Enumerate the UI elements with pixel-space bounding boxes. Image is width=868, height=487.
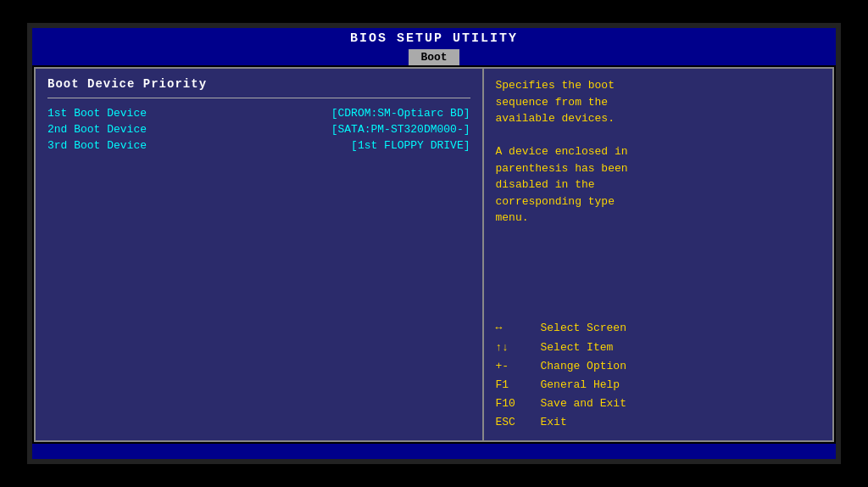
boot-value-3: [1st FLOPPY DRIVE] <box>351 139 470 152</box>
key-save-exit: Save and Exit <box>541 395 626 413</box>
key-select-screen: Select Screen <box>541 319 626 338</box>
key-select-item: Select Item <box>541 339 614 357</box>
right-panel: Specifies the boot sequence from the ava… <box>484 69 832 440</box>
boot-item-3[interactable]: 3rd Boot Device [1st FLOPPY DRIVE] <box>47 139 470 152</box>
boot-value-2: [SATA:PM-ST320DM000-] <box>331 123 470 136</box>
key-help: ↔ Select Screen ↑↓ Select Item +- Change… <box>496 319 821 432</box>
left-panel: Boot Device Priority 1st Boot Device [CD… <box>36 69 484 440</box>
key-row-f10: F10 Save and Exit <box>496 395 821 413</box>
key-f1: F1 <box>496 376 534 395</box>
boot-tab[interactable]: Boot <box>409 49 459 65</box>
key-row-esc: ESC Exit <box>496 413 821 432</box>
key-change-option: Change Option <box>541 357 626 376</box>
key-row-change-option: +- Change Option <box>496 357 821 376</box>
key-row-f1: F1 General Help <box>496 376 821 395</box>
main-content: Boot Device Priority 1st Boot Device [CD… <box>34 67 834 442</box>
key-row-select-screen: ↔ Select Screen <box>496 319 821 338</box>
key-esc: ESC <box>496 413 534 432</box>
key-general-help: General Help <box>541 376 620 395</box>
key-arrows: ↔ <box>496 319 534 338</box>
boot-label-2: 2nd Boot Device <box>47 123 183 136</box>
key-f10: F10 <box>496 395 534 413</box>
boot-item-1[interactable]: 1st Boot Device [CDROM:SM-Optiarc BD] <box>47 107 470 120</box>
boot-label-3: 3rd Boot Device <box>47 139 183 152</box>
bios-screen: BIOS SETUP UTILITY Boot Boot Device Prio… <box>27 23 841 464</box>
divider <box>47 98 470 98</box>
boot-item-2[interactable]: 2nd Boot Device [SATA:PM-ST320DM000-] <box>47 123 470 136</box>
panel-title: Boot Device Priority <box>47 77 470 91</box>
key-row-select-item: ↑↓ Select Item <box>496 339 821 357</box>
key-exit: Exit <box>541 413 567 432</box>
bios-title: BIOS SETUP UTILITY <box>32 28 836 49</box>
boot-label-1: 1st Boot Device <box>47 107 183 120</box>
key-plusminus: +- <box>496 357 534 376</box>
boot-value-1: [CDROM:SM-Optiarc BD] <box>331 107 470 120</box>
key-updown: ↑↓ <box>496 339 534 357</box>
help-text: Specifies the boot sequence from the ava… <box>496 77 821 227</box>
tab-bar: Boot <box>32 49 836 65</box>
bottom-bar <box>32 444 836 459</box>
